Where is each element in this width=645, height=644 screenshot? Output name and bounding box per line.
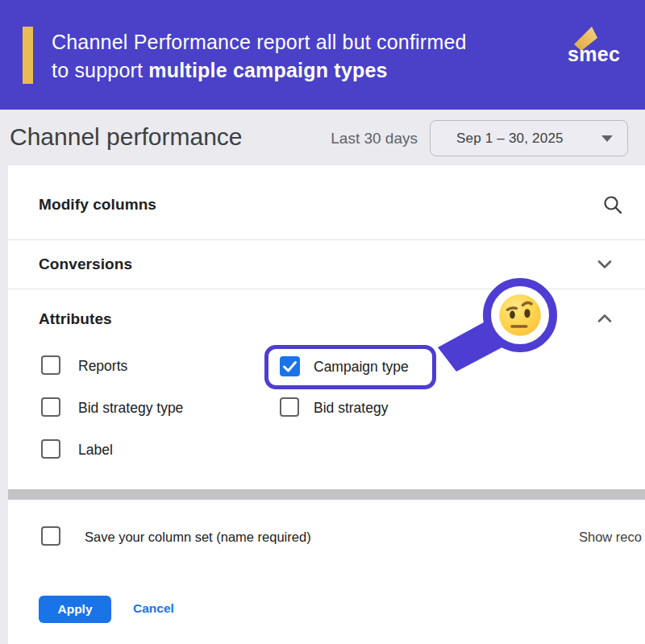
screenshot-root: Channel Performance report all but confi… [0, 0, 645, 644]
apply-button[interactable]: Apply [39, 596, 111, 623]
checkbox-save-column-set[interactable] [41, 526, 60, 546]
promo-banner: Channel Performance report all but confi… [0, 0, 645, 110]
checkbox-label-label[interactable]: Label [78, 442, 113, 459]
banner-headline: Channel Performance report all but confi… [52, 28, 551, 85]
date-picker-value: Sep 1 – 30, 2025 [456, 131, 564, 147]
divider [8, 239, 645, 240]
section-header-attributes[interactable]: Attributes [39, 310, 112, 328]
horizontal-scrollbar[interactable] [8, 489, 645, 500]
date-range-label: Last 30 days [312, 130, 418, 147]
show-recommendations-link[interactable]: Show reco [579, 530, 645, 545]
checkbox-label-bid-strategy-type[interactable]: Bid strategy type [78, 400, 183, 417]
checkmark-icon [280, 356, 300, 376]
search-icon[interactable] [601, 193, 624, 216]
checkbox-campaign-type-checked[interactable] [280, 356, 300, 376]
checkbox-label-reports[interactable]: Reports [78, 358, 127, 375]
checkbox-label-attr[interactable] [41, 439, 60, 459]
page-title: Channel performance [10, 123, 243, 151]
chevron-down-icon[interactable] [593, 253, 616, 276]
checkbox-bid-strategy-type[interactable] [41, 397, 60, 417]
cancel-button[interactable]: Cancel [133, 601, 174, 616]
chevron-up-icon[interactable] [593, 307, 616, 330]
caret-down-icon [601, 135, 613, 142]
banner-headline-line2-prefix: to support [52, 59, 148, 81]
checkbox-bid-strategy[interactable] [280, 397, 299, 417]
checkbox-label-campaign-type[interactable]: Campaign type [314, 359, 409, 376]
smec-logo-text: smec [568, 43, 629, 66]
section-header-conversions[interactable]: Conversions [39, 256, 132, 273]
date-picker-button[interactable]: Sep 1 – 30, 2025 [430, 120, 628, 156]
banner-headline-line2-bold: multiple campaign types [148, 59, 387, 81]
banner-accent-bar [23, 27, 33, 84]
checkbox-reports[interactable] [41, 355, 60, 375]
checkbox-label-bid-strategy[interactable]: Bid strategy [314, 400, 388, 417]
banner-headline-line1: Channel Performance report all but confi… [52, 31, 467, 53]
modify-columns-title: Modify columns [39, 196, 156, 214]
checkbox-label-save-column-set[interactable]: Save your column set (name required) [85, 530, 311, 545]
divider [8, 289, 645, 289]
